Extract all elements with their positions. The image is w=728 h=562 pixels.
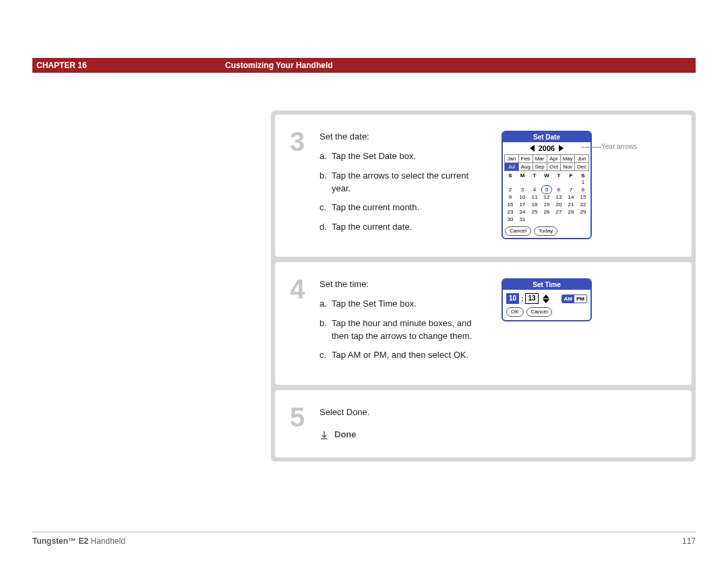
step-3-figure: Set Date 2006 JanFebMarAprMayJunJulAugSe…	[488, 131, 692, 241]
step-4-lead: Set the time:	[320, 278, 488, 291]
day-5[interactable]: 5	[541, 186, 553, 193]
day-17[interactable]: 17	[516, 201, 528, 208]
step-5: 5 Select Done. Done	[275, 390, 692, 458]
year-selector: 2006	[503, 142, 590, 154]
day-empty	[516, 179, 528, 186]
done-arrow-icon	[320, 431, 329, 440]
day-29[interactable]: 29	[577, 208, 589, 216]
am-option[interactable]: AM	[562, 295, 574, 303]
pm-option[interactable]: PM	[574, 295, 586, 303]
day-1[interactable]: 1	[577, 179, 589, 186]
step-number: 5	[275, 390, 320, 458]
day-empty	[504, 179, 516, 186]
chapter-title: Customizing Your Handheld	[225, 61, 333, 70]
ampm-toggle[interactable]: AM PM	[562, 294, 587, 303]
year-value: 2006	[539, 144, 555, 152]
day-18[interactable]: 18	[528, 201, 541, 208]
day-21[interactable]: 21	[565, 201, 577, 208]
month-jan[interactable]: Jan	[505, 155, 519, 163]
day-20[interactable]: 20	[553, 201, 565, 208]
callout-line	[581, 147, 601, 148]
month-feb[interactable]: Feb	[519, 155, 533, 163]
steps-container: 3 Set the date: a.Tap the Set Date box. …	[271, 111, 696, 462]
header-bar: CHAPTER 16 Customizing Your Handheld	[32, 58, 696, 73]
step-3-lead: Set the date:	[320, 131, 488, 144]
day-9[interactable]: 9	[504, 193, 516, 201]
hour-box[interactable]: 10	[506, 293, 519, 304]
month-aug[interactable]: Aug	[519, 163, 533, 171]
year-next-icon[interactable]	[559, 145, 564, 152]
footer: Tungsten™ E2 Handheld 117	[32, 532, 696, 546]
day-16[interactable]: 16	[504, 201, 516, 208]
day-3[interactable]: 3	[516, 186, 528, 193]
page: CHAPTER 16 Customizing Your Handheld 3 S…	[0, 0, 728, 562]
day-12[interactable]: 12	[541, 193, 553, 201]
day-6[interactable]: 6	[553, 186, 565, 193]
day-empty	[528, 179, 541, 186]
step-3-text: Set the date: a.Tap the Set Date box. b.…	[320, 131, 488, 241]
day-28[interactable]: 28	[565, 208, 577, 216]
step-number: 3	[275, 115, 320, 257]
year-arrows-callout: Year arrows	[601, 143, 642, 151]
day-empty	[577, 216, 589, 223]
day-15[interactable]: 15	[577, 193, 589, 201]
day-31[interactable]: 31	[516, 216, 528, 223]
month-mar[interactable]: Mar	[533, 155, 547, 163]
page-number: 117	[682, 536, 696, 546]
dow-header: S	[577, 173, 589, 179]
spinner-down-icon[interactable]	[543, 299, 549, 303]
day-26[interactable]: 26	[541, 208, 553, 216]
dow-row: SMTWTFS	[504, 173, 589, 179]
cancel-button[interactable]: Cancel	[526, 307, 553, 317]
day-empty	[553, 216, 565, 223]
month-jun[interactable]: Jun	[575, 155, 589, 163]
day-7[interactable]: 7	[565, 186, 577, 193]
done-label: Done	[334, 429, 357, 441]
day-13[interactable]: 13	[553, 193, 565, 201]
day-25[interactable]: 25	[528, 208, 541, 216]
dow-header: S	[504, 173, 516, 179]
day-10[interactable]: 10	[516, 193, 528, 201]
day-24[interactable]: 24	[516, 208, 528, 216]
ok-button[interactable]: OK	[506, 307, 524, 317]
step-5-text: Select Done. Done	[320, 406, 488, 441]
dow-header: M	[516, 173, 528, 179]
day-8[interactable]: 8	[577, 186, 589, 193]
minute-box[interactable]: 13	[525, 293, 538, 304]
month-apr[interactable]: Apr	[547, 155, 562, 163]
day-27[interactable]: 27	[553, 208, 565, 216]
step-4-text: Set the time: a.Tap the Set Time box. b.…	[320, 278, 488, 369]
month-dec[interactable]: Dec	[575, 163, 589, 171]
set-time-widget: Set Time 10 : 13 AM PM	[502, 278, 592, 321]
dow-header: W	[541, 173, 553, 179]
step-4-figure: Set Time 10 : 13 AM PM	[488, 278, 692, 369]
step-3: 3 Set the date: a.Tap the Set Date box. …	[275, 115, 692, 257]
day-empty	[553, 179, 565, 186]
day-11[interactable]: 11	[528, 193, 541, 201]
day-2[interactable]: 2	[504, 186, 516, 193]
month-may[interactable]: May	[561, 155, 575, 163]
today-button[interactable]: Today	[534, 226, 557, 236]
dow-header: T	[528, 173, 541, 179]
day-14[interactable]: 14	[565, 193, 577, 201]
day-empty	[565, 179, 577, 186]
day-19[interactable]: 19	[541, 201, 553, 208]
month-nov[interactable]: Nov	[561, 163, 575, 171]
time-spinner[interactable]	[543, 294, 549, 303]
month-sep[interactable]: Sep	[533, 163, 547, 171]
day-22[interactable]: 22	[577, 201, 589, 208]
day-23[interactable]: 23	[504, 208, 516, 216]
year-prev-icon[interactable]	[530, 145, 535, 152]
chapter-label: CHAPTER 16	[32, 61, 225, 70]
spinner-up-icon[interactable]	[543, 294, 549, 299]
month-jul[interactable]: Jul	[505, 163, 519, 171]
month-oct[interactable]: Oct	[547, 163, 562, 171]
month-grid: JanFebMarAprMayJunJulAugSepOctNovDec	[504, 154, 589, 171]
day-30[interactable]: 30	[504, 216, 516, 223]
set-date-title: Set Date	[503, 132, 590, 142]
dow-header: F	[565, 173, 577, 179]
day-empty	[565, 216, 577, 223]
cancel-button[interactable]: Cancel	[505, 226, 531, 236]
day-4[interactable]: 4	[528, 186, 541, 193]
day-empty	[528, 216, 541, 223]
